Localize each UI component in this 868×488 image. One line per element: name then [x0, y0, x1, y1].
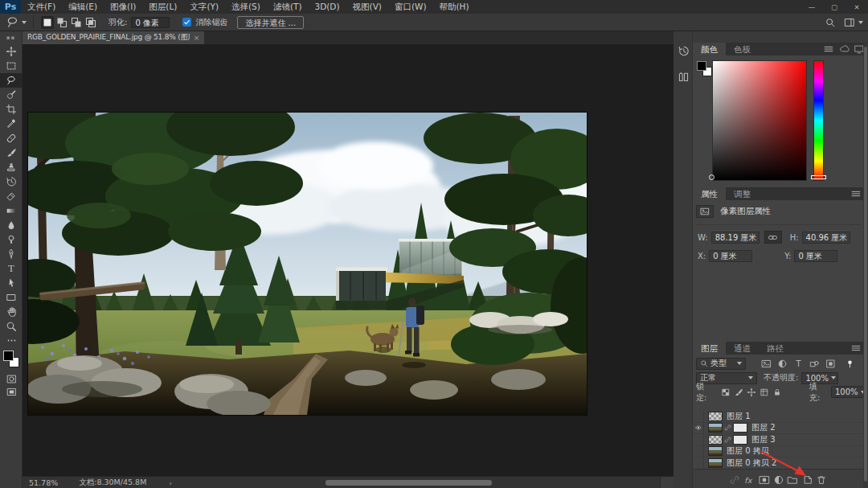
dodge-tool[interactable]: [0, 232, 23, 247]
intersect-selection-button[interactable]: [84, 16, 97, 29]
clone-stamp-tool[interactable]: [0, 160, 23, 174]
eyedropper-tool[interactable]: [0, 117, 23, 131]
tab-properties[interactable]: 属性: [693, 187, 726, 200]
adjustment-layer-button[interactable]: [772, 474, 784, 486]
layer-name[interactable]: 图层 0 拷贝: [727, 445, 769, 457]
layer-style-button[interactable]: fx: [743, 474, 755, 486]
link-dimensions-icon[interactable]: [764, 231, 782, 244]
rectangle-tool[interactable]: [0, 290, 23, 305]
hue-slider-marker[interactable]: [811, 175, 826, 179]
foreground-color-swatch[interactable]: [3, 351, 14, 361]
lasso-tool[interactable]: [0, 73, 23, 88]
color-picker-marker[interactable]: [709, 174, 714, 180]
y-value[interactable]: 0 厘米: [794, 250, 837, 262]
lock-all-icon[interactable]: [772, 387, 782, 397]
saturation-brightness-field[interactable]: [712, 60, 807, 181]
visibility-toggle[interactable]: [693, 423, 704, 434]
antialias-checkbox[interactable]: [182, 18, 191, 27]
new-layer-button[interactable]: [801, 474, 813, 486]
type-tool[interactable]: T: [0, 261, 23, 276]
panel-menu-icon[interactable]: [850, 188, 862, 199]
eraser-tool[interactable]: [0, 189, 23, 203]
hand-tool[interactable]: [0, 305, 23, 319]
select-and-mask-button[interactable]: 选择并遮住 ...: [237, 16, 304, 29]
panel-scrollbar[interactable]: [863, 43, 868, 488]
maximize-button[interactable]: ▢: [823, 0, 845, 14]
toolbar-collapse-icon[interactable]: ▪▪: [0, 31, 22, 44]
new-selection-button[interactable]: [41, 16, 54, 29]
search-icon[interactable]: [825, 17, 836, 28]
marquee-tool[interactable]: [0, 59, 23, 73]
subtract-from-selection-button[interactable]: [70, 16, 83, 29]
horizontal-scrollbar[interactable]: [326, 480, 492, 486]
filter-smart-objects-icon[interactable]: [825, 358, 836, 369]
layer-name[interactable]: 图层 3: [751, 434, 776, 445]
workspace-switcher-icon[interactable]: [844, 17, 855, 28]
new-group-button[interactable]: [786, 474, 798, 486]
layer-name[interactable]: 图层 2: [751, 422, 776, 433]
height-value[interactable]: 40.96 厘米: [802, 232, 850, 244]
tool-preset-caret-icon[interactable]: [22, 21, 27, 24]
menu-select[interactable]: 选择(S): [225, 0, 267, 14]
menu-file[interactable]: 文件(F): [21, 0, 62, 14]
add-to-selection-button[interactable]: [55, 16, 68, 29]
gradient-tool[interactable]: [0, 203, 23, 218]
filter-type-layers-icon[interactable]: T: [792, 358, 804, 369]
visibility-toggle[interactable]: [693, 457, 704, 469]
filter-shape-layers-icon[interactable]: [809, 358, 820, 369]
menu-view[interactable]: 视图(V): [346, 0, 388, 14]
creative-cloud-icon[interactable]: [839, 43, 850, 55]
layer-mask-thumbnail[interactable]: [733, 423, 747, 433]
close-button[interactable]: ✕: [845, 0, 868, 14]
layer-thumbnail[interactable]: [708, 446, 723, 456]
menu-help[interactable]: 帮助(H): [433, 0, 476, 14]
layer-name[interactable]: 图层 1: [727, 411, 751, 422]
x-value[interactable]: 0 厘米: [709, 250, 752, 262]
screen-mode-button[interactable]: [0, 385, 23, 398]
edit-toolbar-icon[interactable]: [0, 334, 23, 347]
panel-menu-icon[interactable]: [850, 342, 862, 354]
layer-mask-thumbnail[interactable]: [733, 435, 747, 445]
visibility-toggle[interactable]: [693, 446, 704, 457]
feather-input[interactable]: 0 像素: [131, 17, 170, 28]
hue-slider[interactable]: [813, 60, 824, 181]
spot-healing-tool[interactable]: [0, 131, 23, 146]
panel-menu-icon[interactable]: [823, 43, 834, 55]
tab-swatches[interactable]: 色板: [726, 43, 759, 55]
pen-tool[interactable]: [0, 247, 23, 261]
brush-tool[interactable]: [0, 146, 23, 160]
current-tool-icon[interactable]: [6, 15, 19, 29]
layer-filter-kind-combo[interactable]: 类型: [696, 358, 746, 370]
layer-name[interactable]: 图层 0 拷贝 2: [727, 457, 776, 469]
tab-layers[interactable]: 图层: [693, 342, 726, 355]
workspace-caret-icon[interactable]: [858, 21, 863, 24]
tab-color[interactable]: 颜色: [693, 43, 726, 55]
foreground-color-swatch-small[interactable]: [697, 61, 706, 71]
menu-type[interactable]: 文字(Y): [183, 0, 225, 14]
lock-artboard-icon[interactable]: [759, 387, 769, 397]
zoom-level[interactable]: 51.78%: [29, 478, 58, 487]
layer-row[interactable]: 图层 2: [693, 423, 863, 435]
layer-thumbnail[interactable]: [708, 412, 723, 421]
layer-row[interactable]: 图层 0 拷贝: [693, 446, 863, 458]
document-image[interactable]: [28, 113, 587, 415]
lock-transparency-icon[interactable]: [720, 387, 731, 397]
libraries-panel-icon[interactable]: [674, 66, 693, 87]
menu-layer[interactable]: 图层(L): [142, 0, 183, 14]
status-menu-arrow-icon[interactable]: ›: [169, 478, 172, 487]
history-panel-icon[interactable]: [674, 40, 693, 61]
document-tab[interactable]: RGB_GOLDEN_PRAIRIE_FINAL.jpg @ 51.8% (图层…: [23, 31, 204, 44]
layer-row[interactable]: 图层 0 拷贝 2: [693, 457, 863, 470]
tab-adjustments[interactable]: 调整: [726, 187, 759, 200]
move-tool[interactable]: [0, 44, 23, 59]
filter-toggle-icon[interactable]: [844, 358, 855, 369]
lock-position-icon[interactable]: [746, 387, 756, 397]
link-layers-button[interactable]: [728, 474, 740, 486]
blur-tool[interactable]: [0, 218, 23, 232]
filter-adjustment-layers-icon[interactable]: [776, 358, 788, 369]
menu-window[interactable]: 窗口(W): [388, 0, 433, 14]
quick-selection-tool[interactable]: [0, 88, 23, 102]
menu-edit[interactable]: 编辑(E): [62, 0, 104, 14]
tab-channels[interactable]: 通道: [726, 342, 759, 355]
layer-thumbnail[interactable]: [708, 435, 723, 445]
